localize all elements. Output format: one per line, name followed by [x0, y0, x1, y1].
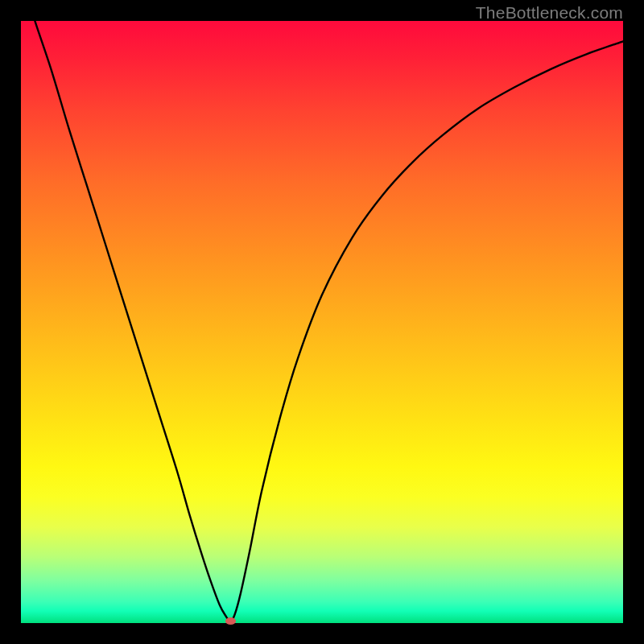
minimum-marker	[225, 617, 236, 625]
bottleneck-curve	[21, 21, 623, 623]
watermark-text: TheBottleneck.com	[476, 3, 623, 23]
chart-frame: TheBottleneck.com	[0, 0, 644, 644]
plot-area	[21, 21, 623, 623]
